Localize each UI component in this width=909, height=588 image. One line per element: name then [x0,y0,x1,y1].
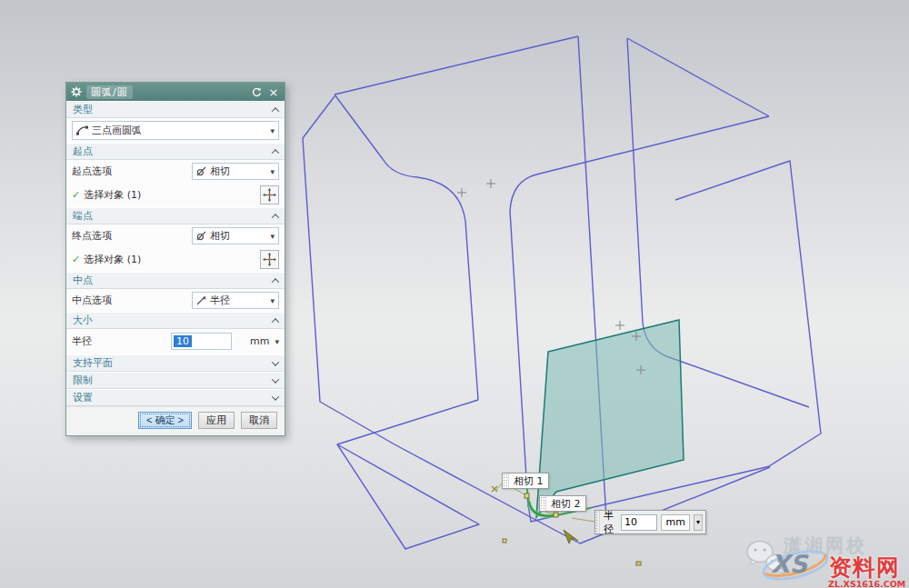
chevron-down-icon [272,375,279,383]
section-end[interactable]: 端点 [66,207,285,224]
ok-button[interactable]: < 确定 > [138,412,192,429]
end-option-value: 相切 [210,229,230,243]
section-type[interactable]: 类型 [66,101,285,118]
section-type-label: 类型 [73,103,93,116]
start-option-value: 相切 [210,164,230,178]
type-row: 三点画圆弧 ▾ [66,118,285,143]
start-option-row: 起点选项 相切 ▾ [66,160,285,183]
section-support-plane-label: 支持平面 [73,356,113,370]
chevron-up-icon [272,214,279,221]
drag-grip-icon[interactable] [540,496,546,511]
chevron-down-icon: ▾ [270,232,275,241]
chevron-up-icon [272,149,279,156]
arc-circle-dialog: 圆弧/圆 × 类型 三点画圆弧 ▾ [65,82,285,436]
gear-icon [71,86,82,97]
selected-support-plane[interactable] [536,320,684,517]
close-icon[interactable]: × [267,85,280,98]
end-select-row[interactable]: ✓ 选择对象 (1) [66,247,285,272]
end-option-label: 终点选项 [72,229,112,243]
chevron-down-icon: ▾ [270,167,275,176]
end-option-row: 终点选项 相切 ▾ [66,224,285,247]
radius-input-selected-value: 10 [174,335,192,347]
section-mid-label: 中点 [73,274,93,287]
watermark-site-url: ZL.XS1616.COM [828,579,905,588]
mid-option-row: 中点选项 半径 ▾ [66,289,285,312]
chevron-down-icon: ▾ [270,126,275,135]
chevron-down-icon [272,393,279,400]
crosshair-icon [263,188,276,202]
arc-icon [76,125,88,135]
crosshair-icon [263,253,276,266]
cad-viewport[interactable]: 相切 1 相切 2 半径 10 mm ▾ 圆弧/圆 [0,0,909,588]
drag-grip-icon[interactable] [595,511,600,533]
section-size-label: 大小 [73,314,93,327]
chevron-up-icon [272,318,279,325]
chevron-down-icon: ▾ [270,296,275,305]
dialog-title: 圆弧/圆 [86,85,133,99]
watermark: 潇湘网校 XS 资料网 ZL.XS1616.COM [744,523,907,586]
radius-label: 半径 [72,334,92,348]
dialog-titlebar[interactable]: 圆弧/圆 × [66,83,285,101]
section-settings[interactable]: 设置 [66,389,285,406]
dialog-button-row: < 确定 > 应用 取消 [66,406,285,435]
chevron-down-icon[interactable]: ▾ [275,337,279,346]
onscreen-radius-label: 半径 [604,509,617,536]
green-check-icon: ✓ [72,254,80,265]
start-option-dropdown[interactable]: 相切 ▾ [192,163,279,180]
section-end-label: 端点 [73,209,93,223]
mid-option-dropdown[interactable]: 半径 ▾ [192,292,279,309]
cancel-button[interactable]: 取消 [241,412,277,429]
tangent2-tag[interactable]: 相切 2 [539,495,586,512]
drag-grip-icon[interactable] [503,473,509,488]
start-select-label: 选择对象 (1) [84,188,141,202]
end-point-picker-button[interactable] [260,250,279,269]
onscreen-radius-input[interactable]: 10 [621,514,657,531]
tangent-icon [196,231,206,241]
green-check-icon: ✓ [72,189,80,201]
tangent-icon [196,166,206,176]
section-start-label: 起点 [73,145,93,158]
apply-button[interactable]: 应用 [198,412,235,429]
chevron-down-icon [272,358,279,365]
size-radius-row: 半径 10 mm ▾ [66,329,285,354]
section-limits[interactable]: 限制 [66,372,285,389]
onscreen-radius-unit: mm [661,514,689,531]
radius-icon [196,295,206,305]
tangent1-tag-label: 相切 1 [509,474,548,488]
chevron-up-icon [272,107,279,115]
mid-option-value: 半径 [210,294,230,307]
start-option-label: 起点选项 [72,164,112,178]
start-point-picker-button[interactable] [260,185,279,204]
type-dropdown[interactable]: 三点画圆弧 ▾ [72,121,279,140]
start-select-row[interactable]: ✓ 选择对象 (1) [66,183,285,207]
radius-unit-label: mm [250,335,269,347]
reset-icon[interactable] [250,85,263,98]
onscreen-radius-unit-dropdown[interactable]: ▾ [694,514,703,531]
end-select-label: 选择对象 (1) [84,253,141,266]
section-support-plane[interactable]: 支持平面 [66,354,285,372]
section-size[interactable]: 大小 [66,312,285,329]
mid-option-label: 中点选项 [72,294,112,307]
onscreen-radius-box[interactable]: 半径 10 mm ▾ [594,510,706,534]
section-start[interactable]: 起点 [66,143,285,160]
tangent2-tag-label: 相切 2 [546,497,585,511]
radius-input[interactable]: 10 [171,333,232,350]
chevron-up-icon [272,278,279,285]
tangent1-tag[interactable]: 相切 1 [502,473,549,489]
watermark-logo-text: XS [771,550,807,578]
section-mid[interactable]: 中点 [66,272,285,289]
section-settings-label: 设置 [73,391,93,404]
section-limits-label: 限制 [73,374,93,387]
end-option-dropdown[interactable]: 相切 ▾ [192,227,279,244]
type-dropdown-value: 三点画圆弧 [92,124,142,137]
